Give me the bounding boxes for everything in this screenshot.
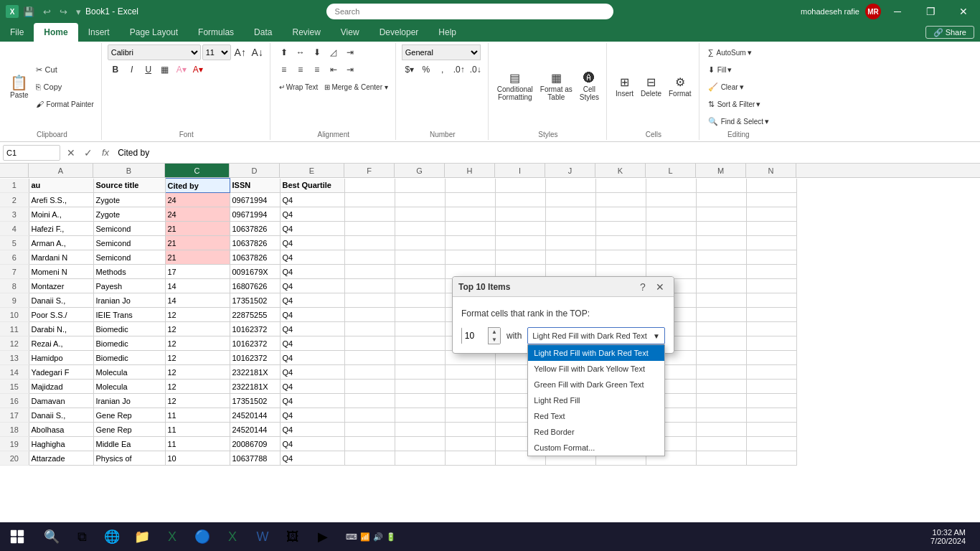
- tray-battery-icon: 🔋: [386, 532, 396, 542]
- tray-keyboard-icon: ⌨: [346, 532, 357, 542]
- dialog-format-select-wrapper: Light Red Fill with Dark Red Text ▼ Ligh…: [527, 327, 665, 344]
- dialog-help-button[interactable]: ?: [635, 279, 651, 295]
- dialog-spinner-arrows: ▲ ▼: [488, 328, 500, 344]
- dialog-title: Top 10 Items: [458, 282, 510, 292]
- dropdown-chevron-icon: ▼: [653, 332, 660, 340]
- taskbar-tray: ⌨ 📶 🔊 🔋: [340, 532, 402, 542]
- taskbar-task-view-icon[interactable]: ⧉: [67, 522, 96, 551]
- taskbar-time: 10:32 AM: [930, 528, 966, 537]
- taskbar-word-icon[interactable]: W: [248, 522, 277, 551]
- taskbar-photos-icon[interactable]: 🖼: [278, 522, 307, 551]
- dialog-with-label: with: [507, 331, 522, 341]
- dialog-close-button[interactable]: ✕: [652, 279, 668, 295]
- tray-network-icon: 📶: [360, 532, 370, 542]
- svg-rect-1: [18, 530, 24, 536]
- dialog-number-input[interactable]: [462, 327, 488, 344]
- dropdown-item-6[interactable]: Red Border: [528, 424, 664, 440]
- start-button[interactable]: [0, 522, 34, 551]
- dropdown-item-7[interactable]: Custom Format...: [528, 440, 664, 456]
- dialog-number-spinner: ▲ ▼: [461, 327, 501, 344]
- dialog-titlebar: Top 10 Items ? ✕: [453, 277, 674, 297]
- spinner-down-button[interactable]: ▼: [489, 336, 500, 344]
- dialog-overlay: Top 10 Items ? ✕ Format cells that rank …: [0, 0, 980, 551]
- top10-dialog: Top 10 Items ? ✕ Format cells that rank …: [452, 276, 674, 354]
- tray-volume-icon: 🔊: [373, 532, 383, 542]
- svg-rect-0: [11, 530, 17, 536]
- dialog-input-row: ▲ ▼ with Light Red Fill with Dark Red Te…: [461, 327, 665, 344]
- taskbar: 🔍 ⧉ 🌐 📁 X 🔵 X W 🖼 ▶ ⌨ 📶 🔊 🔋 10:32 AM 7/2…: [0, 522, 980, 551]
- dialog-format-dropdown: Light Red Fill with Dark Red Text Yellow…: [527, 344, 665, 456]
- dialog-format-select-button[interactable]: Light Red Fill with Dark Red Text ▼: [527, 327, 665, 344]
- dropdown-item-1[interactable]: Light Red Fill with Dark Red Text: [528, 345, 664, 361]
- taskbar-edge-icon[interactable]: 🌐: [98, 522, 126, 551]
- dialog-body: Format cells that rank in the TOP: ▲ ▼ w…: [453, 297, 674, 353]
- dropdown-item-2[interactable]: Yellow Fill with Dark Yellow Text: [528, 361, 664, 377]
- taskbar-pinned-apps: 🔍 ⧉ 🌐 📁 X 🔵 X W 🖼 ▶: [34, 522, 340, 551]
- taskbar-explorer-icon[interactable]: 📁: [128, 522, 156, 551]
- svg-rect-3: [18, 537, 24, 543]
- taskbar-excel-icon[interactable]: X: [158, 522, 187, 551]
- dialog-controls: ? ✕: [635, 279, 668, 295]
- svg-rect-2: [11, 537, 17, 543]
- dropdown-item-5[interactable]: Red Text: [528, 408, 664, 424]
- dropdown-item-3[interactable]: Green Fill with Dark Green Text: [528, 377, 664, 392]
- taskbar-excel2-icon[interactable]: X: [218, 522, 247, 551]
- taskbar-media-icon[interactable]: ▶: [308, 522, 337, 551]
- dropdown-item-4[interactable]: Light Red Fill: [528, 392, 664, 408]
- taskbar-clock: 10:32 AM 7/20/2024: [930, 528, 974, 545]
- taskbar-date: 7/20/2024: [930, 537, 966, 545]
- dialog-format-selected-value: Light Red Fill with Dark Red Text: [532, 331, 646, 340]
- spinner-up-button[interactable]: ▲: [489, 328, 500, 336]
- taskbar-chrome-icon[interactable]: 🔵: [188, 522, 217, 551]
- dialog-instruction: Format cells that rank in the TOP:: [461, 309, 665, 319]
- taskbar-search-icon[interactable]: 🔍: [37, 522, 66, 551]
